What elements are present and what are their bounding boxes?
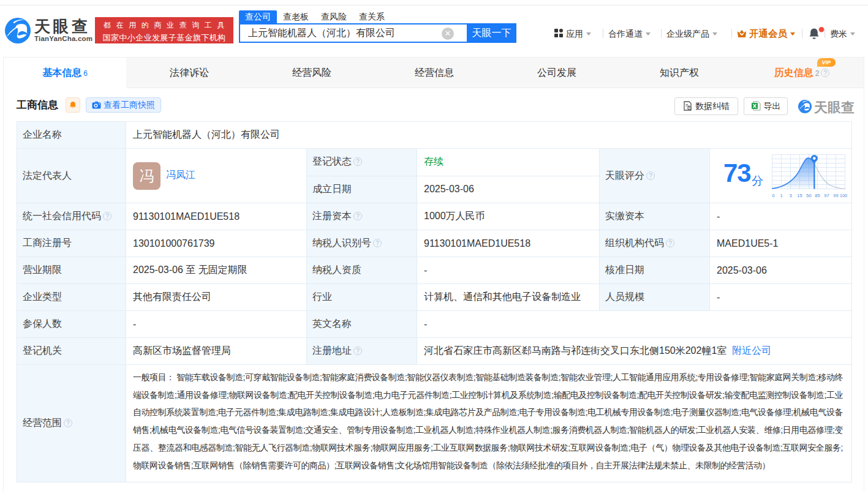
svg-text:85: 85 (815, 193, 820, 198)
svg-text:100: 100 (840, 193, 848, 198)
svg-text:50: 50 (806, 193, 811, 198)
svg-text:1: 1 (780, 193, 782, 198)
svg-text:99: 99 (833, 193, 838, 198)
svg-text:天眼查: 天眼查 (813, 100, 855, 114)
svg-text:3: 3 (789, 193, 791, 198)
svg-text:97: 97 (824, 193, 829, 198)
svg-text:0: 0 (772, 193, 774, 198)
svg-text:15: 15 (797, 193, 802, 198)
